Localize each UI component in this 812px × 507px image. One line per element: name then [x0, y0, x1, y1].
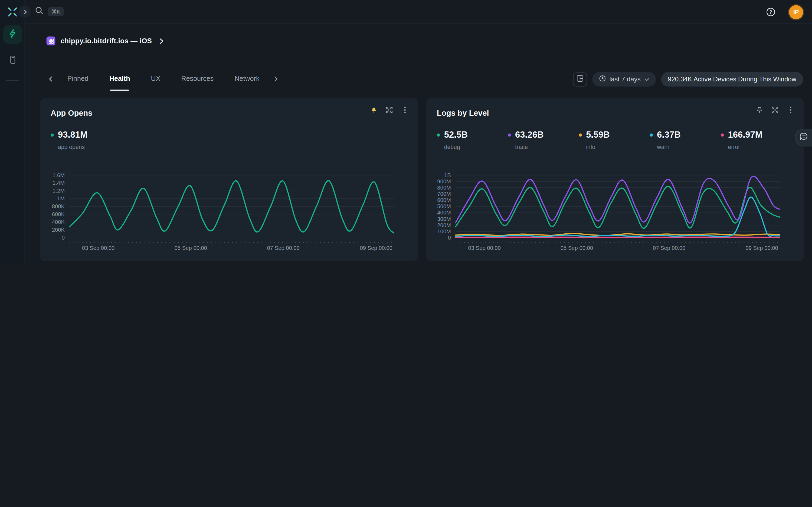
sidebar-item-devices[interactable]	[3, 51, 22, 70]
card-actions	[756, 106, 795, 114]
stats-row: 52.5Bdebug63.26Btrace5.59Binfo6.37Bwarn1…	[437, 130, 793, 150]
y-tick-label: 700M	[437, 191, 451, 197]
bolt-icon	[8, 29, 17, 40]
sidebar	[0, 0, 25, 263]
tab-ux[interactable]: UX	[148, 73, 163, 84]
series-color-dot	[579, 133, 582, 137]
tabs-scroll-left-button[interactable]	[44, 74, 57, 84]
y-tick-label: 1.4M	[52, 180, 65, 186]
stat-label: info	[579, 144, 650, 150]
series-color-dot	[650, 133, 653, 137]
layout-grid-button[interactable]	[573, 72, 587, 86]
y-tick-label: 900M	[437, 178, 451, 184]
stat-label: trace	[508, 144, 579, 150]
series-color-dot	[721, 133, 724, 137]
series-color-dot	[51, 133, 54, 137]
clock-icon	[599, 75, 606, 83]
tab-network[interactable]: Network	[232, 73, 262, 84]
app-root: ⌘K ? IP chippy.io.bitdrift.ios — iOS Pin…	[0, 0, 812, 263]
series-line-debug	[456, 186, 779, 228]
y-tick-label: 0	[62, 235, 65, 241]
breadcrumb-chevron-icon[interactable]	[159, 38, 164, 44]
series-line-trace	[456, 176, 779, 223]
stat-trace: 63.26Btrace	[508, 130, 579, 150]
app-opens-chart[interactable]: 1.6M1.4M1.2M1M800K600K400K200K003 Sep 00…	[51, 173, 408, 251]
sidebar-expand-button[interactable]	[19, 6, 31, 17]
y-tick-label: 0	[448, 235, 451, 241]
stat-info: 5.59Binfo	[579, 130, 650, 150]
x-tick-label: 03 Sep 00:00	[468, 245, 501, 251]
series-line-warn	[456, 197, 779, 237]
help-button[interactable]: ?	[766, 7, 775, 17]
card-title: App Opens	[51, 108, 92, 117]
expand-icon[interactable]	[386, 106, 393, 114]
y-tick-label: 1.6M	[52, 173, 65, 178]
series-color-dot	[437, 133, 440, 137]
card-header: Logs by Level	[437, 107, 793, 118]
active-devices-badge[interactable]: 920.34K Active Devices During This Windo…	[661, 72, 803, 87]
chevron-down-icon	[644, 76, 649, 83]
y-tick-label: 300M	[437, 216, 451, 222]
x-tick-label: 05 Sep 00:00	[561, 245, 593, 251]
tab-health[interactable]: Health	[106, 73, 133, 84]
topbar-right: ? IP	[766, 0, 803, 24]
sidebar-item-timeline[interactable]	[3, 25, 22, 44]
stat-warn: 6.37Bwarn	[650, 130, 720, 150]
y-tick-label: 500M	[437, 203, 451, 209]
y-tick-label: 200K	[52, 227, 65, 233]
app-id-label[interactable]: chippy.io.bitdrift.ios — iOS	[61, 37, 152, 45]
bitdrift-logo-icon[interactable]	[6, 5, 19, 19]
kebab-menu-icon[interactable]	[787, 106, 794, 114]
pin-icon[interactable]	[756, 106, 763, 114]
search-button[interactable]: ⌘K	[35, 6, 63, 17]
avatar[interactable]: IP	[789, 5, 803, 19]
x-tick-label: 03 Sep 00:00	[82, 245, 114, 251]
expand-icon[interactable]	[771, 106, 779, 114]
stat-label: error	[721, 144, 792, 150]
y-tick-label: 400K	[52, 219, 65, 225]
app-grid-icon	[47, 37, 55, 45]
card-header: App Opens	[51, 107, 408, 118]
y-tick-label: 800M	[437, 185, 451, 191]
x-tick-label: 09 Sep 00:00	[360, 245, 392, 251]
sidebar-nav	[0, 25, 25, 81]
tabs-scroll-right-button[interactable]	[270, 74, 282, 84]
stats-row: 93.81Mapp opens	[51, 130, 408, 150]
time-range-select[interactable]: last 7 days	[592, 72, 656, 87]
sidebar-divider	[6, 80, 19, 81]
stat-error: 166.97Merror	[721, 130, 792, 150]
tab-pinned[interactable]: Pinned	[64, 73, 92, 84]
feedback-chat-tab[interactable]	[795, 129, 812, 147]
search-shortcut-badge: ⌘K	[48, 7, 63, 16]
search-icon	[35, 6, 44, 17]
kebab-menu-icon[interactable]	[401, 106, 409, 114]
card-actions	[370, 106, 409, 114]
logs-by-level-chart[interactable]: 1B900M800M700M600M500M400M300M200M100M00…	[437, 173, 793, 251]
y-tick-label: 1B	[444, 173, 451, 178]
stat-value: 6.37B	[657, 130, 680, 140]
series-color-dot	[508, 133, 511, 137]
phone-icon	[8, 55, 17, 66]
stat-value: 5.59B	[586, 130, 610, 140]
stat-value: 52.5B	[444, 130, 468, 140]
y-tick-label: 100M	[437, 228, 451, 234]
y-tick-label: 200M	[437, 222, 451, 228]
stat-debug: 52.5Bdebug	[437, 130, 508, 150]
card-logs-by-level: Logs by Level 52.5Bdebug63.26Btrace5.59B…	[426, 98, 804, 261]
pin-icon[interactable]	[370, 106, 377, 114]
dashboard-controls: last 7 days 920.34K Active Devices Durin…	[573, 72, 803, 87]
y-tick-label: 600K	[52, 211, 65, 217]
stat-value: 63.26B	[515, 130, 544, 140]
stat-value: 93.81M	[58, 130, 88, 140]
y-tick-label: 1.2M	[52, 188, 65, 193]
x-tick-label: 07 Sep 00:00	[267, 245, 300, 251]
y-tick-label: 600M	[437, 197, 451, 203]
chart-canvas: 1.6M1.4M1.2M1M800K600K400K200K003 Sep 00…	[51, 173, 408, 251]
tab-resources[interactable]: Resources	[178, 73, 217, 84]
x-tick-label: 07 Sep 00:00	[653, 245, 685, 251]
chart-canvas: 1B900M800M700M600M500M400M300M200M100M00…	[437, 173, 793, 251]
x-tick-label: 05 Sep 00:00	[174, 245, 207, 251]
topbar: ⌘K ? IP	[25, 0, 812, 24]
time-range-value: last 7 days	[610, 76, 641, 83]
stat-label: warn	[650, 144, 720, 150]
